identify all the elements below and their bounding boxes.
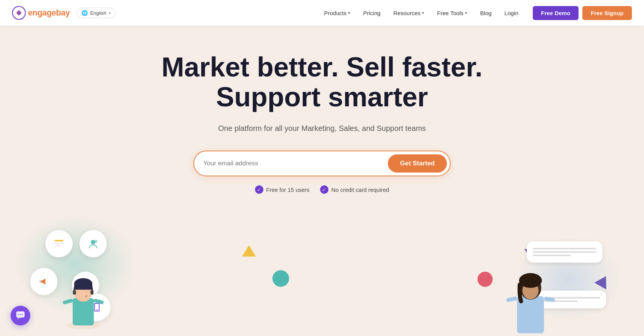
svg-rect-24	[506, 296, 518, 302]
svg-rect-3	[54, 245, 61, 246]
trust-badges: ✓ Free for 15 users ✓ No credit card req…	[255, 185, 389, 194]
triangle-decoration-small	[594, 273, 612, 289]
left-illustration	[30, 230, 144, 336]
check-icon: ✓	[255, 185, 263, 194]
language-selector[interactable]: 🌐 English ▾	[76, 8, 115, 18]
speech-line	[533, 255, 571, 256]
svg-rect-6	[39, 280, 41, 283]
logo-text: engagebay	[28, 8, 70, 18]
email-form: Get Started	[193, 151, 451, 176]
get-started-button[interactable]: Get Started	[388, 154, 447, 173]
lang-label: English	[90, 10, 106, 16]
chevron-down-icon: ▾	[109, 11, 110, 15]
nav-item-products[interactable]: Products ▾	[319, 7, 356, 19]
svg-point-23	[519, 273, 542, 288]
svg-rect-25	[544, 296, 555, 302]
nav-item-free-tools[interactable]: Free Tools ▾	[432, 7, 473, 19]
svg-rect-18	[62, 299, 73, 305]
chevron-down-icon: ▾	[348, 11, 350, 16]
svg-rect-12	[73, 298, 94, 325]
free-demo-button[interactable]: Free Demo	[533, 6, 579, 20]
navbar-actions: Free Demo Free Signup	[533, 6, 632, 20]
svg-rect-1	[54, 240, 64, 241]
chat-fab[interactable]	[11, 306, 30, 325]
badge-no-credit-card: ✓ No credit card required	[320, 185, 389, 194]
svg-rect-19	[93, 299, 104, 305]
float-circle-dashboard	[45, 230, 73, 257]
nav-item-login[interactable]: Login	[499, 7, 524, 19]
nav-item-pricing[interactable]: Pricing	[358, 7, 386, 19]
chat-icon	[16, 311, 25, 320]
navbar: engagebay 🌐 English ▾ Products ▾ Pricing…	[0, 0, 644, 26]
badge-free-users: ✓ Free for 15 users	[255, 185, 310, 194]
triangle-yellow-decoration	[242, 245, 256, 257]
speech-line	[533, 248, 596, 249]
svg-rect-15	[74, 284, 92, 290]
svg-point-27	[18, 314, 19, 315]
svg-rect-17	[90, 290, 93, 294]
nav-item-blog[interactable]: Blog	[475, 7, 497, 19]
chevron-down-icon: ▾	[465, 11, 467, 16]
svg-point-5	[95, 240, 98, 243]
svg-rect-2	[54, 243, 64, 244]
check-icon: ✓	[320, 185, 328, 194]
hero-section: Market better. Sell faster. Support smar…	[0, 26, 644, 336]
navbar-left: engagebay 🌐 English ▾	[12, 6, 115, 20]
speech-line	[533, 251, 596, 253]
svg-point-28	[20, 314, 21, 315]
float-circle-support	[79, 230, 107, 257]
hero-subtitle: One platform for all your Marketing, Sal…	[218, 123, 426, 134]
svg-rect-16	[73, 290, 76, 294]
email-input[interactable]	[203, 160, 388, 167]
free-signup-button[interactable]: Free Signup	[582, 6, 632, 20]
chevron-down-icon: ▾	[422, 11, 424, 16]
logo[interactable]: engagebay	[12, 6, 70, 20]
nav-item-resources[interactable]: Resources ▾	[388, 7, 430, 19]
logo-icon	[12, 6, 26, 20]
svg-point-29	[22, 314, 23, 315]
main-nav: Products ▾ Pricing Resources ▾ Free Tool…	[319, 7, 524, 19]
hero-title: Market better. Sell faster. Support smar…	[162, 52, 482, 112]
globe-icon: 🌐	[81, 10, 88, 16]
svg-point-4	[91, 240, 95, 244]
right-illustration	[485, 230, 614, 336]
person-left-svg	[53, 260, 114, 336]
circle-teal-decoration	[272, 270, 289, 287]
person-right-svg	[500, 257, 561, 336]
